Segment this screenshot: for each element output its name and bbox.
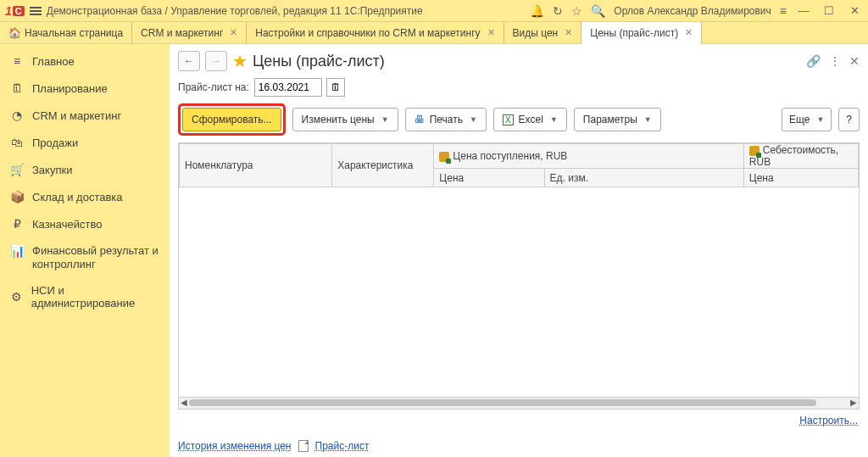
change-prices-button[interactable]: Изменить цены ▼ (292, 108, 398, 131)
date-input[interactable] (254, 78, 322, 97)
footer-links: История изменения цен Прайс-лист (170, 432, 868, 457)
horizontal-scrollbar[interactable]: ◀ ▶ (179, 397, 859, 409)
close-icon[interactable]: ✕ (565, 27, 572, 38)
app-title: Демонстрационная база / Управление торго… (47, 5, 423, 17)
print-button[interactable]: 🖶 Печать ▼ (405, 108, 487, 131)
col-cost[interactable]: Себестоимость, RUB (743, 144, 858, 169)
close-icon[interactable]: ✕ (487, 27, 495, 38)
body: ≡ Главное 🗓 Планирование ◔ CRM и маркети… (0, 44, 868, 457)
sidebar-item-sales[interactable]: 🛍 Продажи (0, 129, 170, 156)
history-link[interactable]: История изменения цен (178, 440, 292, 452)
col-price2[interactable]: Цена (743, 169, 858, 187)
col-nomenclature[interactable]: Номенклатура (180, 144, 332, 187)
sidebar-item-finance[interactable]: 📊 Финансовый результат и контроллинг (0, 237, 170, 277)
document-icon (298, 440, 309, 452)
col-characteristic[interactable]: Характеристика (332, 144, 434, 187)
maximize-button[interactable]: ☐ (821, 4, 837, 17)
excel-button[interactable]: X Excel ▼ (493, 108, 567, 131)
sidebar-item-treasury[interactable]: ₽ Казначейство (0, 210, 170, 237)
sidebar-item-warehouse[interactable]: 📦 Склад и доставка (0, 183, 170, 210)
sidebar-item-admin[interactable]: ⚙ НСИ и администрирование (0, 277, 170, 316)
sidebar-item-label: Планирование (32, 82, 108, 95)
tab-price-types[interactable]: Виды цен ✕ (504, 22, 582, 43)
main-header: ← → ★ Цены (прайс-лист) 🔗 ⋮ ✕ (170, 44, 868, 75)
toolbar: Сформировать... Изменить цены ▼ 🖶 Печать… (170, 103, 868, 142)
col-unit[interactable]: Ед. изм. (544, 169, 743, 187)
button-label: Еще (789, 114, 810, 125)
minimize-button[interactable]: — (795, 4, 812, 17)
column-price-icon (439, 152, 449, 162)
user-name: Орлов Александр Владимирович (614, 5, 771, 17)
sidebar-item-main[interactable]: ≡ Главное (0, 47, 170, 75)
search-icon[interactable]: 🔍 (591, 4, 605, 18)
tab-crm-settings[interactable]: Настройки и справочники по CRM и маркети… (247, 22, 504, 43)
pricelist-link[interactable]: Прайс-лист (315, 440, 370, 452)
main-header-actions: 🔗 ⋮ ✕ (806, 54, 860, 68)
print-icon: 🖶 (415, 114, 425, 125)
scroll-left-icon[interactable]: ◀ (179, 398, 189, 408)
configure-link[interactable]: Настроить... (799, 415, 858, 426)
toolbar-right: Еще ▼ ? (782, 108, 860, 131)
tabs-row: 🏠 Начальная страница CRM и маркетинг ✕ Н… (0, 22, 868, 44)
sidebar-item-label: НСИ и администрирование (31, 284, 159, 309)
gear-icon: ⚙ (10, 290, 23, 304)
sidebar-item-label: Главное (32, 55, 75, 68)
bottom-links: Настроить... (170, 410, 868, 432)
nav-back-button[interactable]: ← (178, 51, 200, 71)
help-button[interactable]: ? (838, 108, 860, 131)
main-menu-icon[interactable] (30, 7, 42, 15)
sidebar-item-crm[interactable]: ◔ CRM и маркетинг (0, 102, 170, 129)
more-button[interactable]: Еще ▼ (782, 108, 832, 131)
favorite-star-icon[interactable]: ★ (232, 51, 248, 71)
bell-icon[interactable]: 🔔 (530, 4, 544, 18)
col-price-in[interactable]: Цена поступления, RUB (434, 144, 743, 169)
tab-label: CRM и маркетинг (141, 27, 223, 39)
date-label: Прайс-лист на: (178, 81, 249, 93)
scroll-thumb[interactable] (189, 399, 816, 406)
sidebar-item-label: Финансовый результат и контроллинг (32, 244, 159, 270)
sidebar-item-label: Склад и доставка (32, 191, 123, 203)
highlight-form-button: Сформировать... (178, 103, 286, 136)
calendar-icon: 🗓 (10, 81, 24, 95)
tab-label: Начальная страница (25, 27, 123, 39)
page-title: Цены (прайс-лист) (253, 53, 385, 70)
chart-icon: 📊 (10, 244, 24, 259)
close-icon[interactable]: ✕ (849, 54, 860, 68)
column-price-icon (749, 146, 760, 156)
titlebar: 1С Демонстрационная база / Управление то… (0, 0, 868, 22)
tab-label: Виды цен (513, 27, 559, 39)
history-icon[interactable]: ↻ (553, 4, 563, 18)
close-icon[interactable]: ✕ (230, 27, 237, 38)
nav-forward-button[interactable]: → (205, 51, 227, 71)
excel-icon: X (503, 114, 514, 125)
sidebar-item-label: Продажи (32, 137, 78, 149)
logo-1c: 1С (5, 4, 25, 18)
table-area: Номенклатура Характеристика Цена поступл… (178, 142, 860, 410)
form-button[interactable]: Сформировать... (182, 108, 281, 131)
sidebar-item-planning[interactable]: 🗓 Планирование (0, 75, 170, 102)
chevron-down-icon: ▼ (381, 115, 389, 124)
link-icon[interactable]: 🔗 (806, 54, 821, 68)
tab-crm[interactable]: CRM и маркетинг ✕ (132, 22, 247, 43)
close-icon[interactable]: ✕ (685, 27, 693, 38)
tab-prices[interactable]: Цены (прайс-лист) ✕ (581, 22, 702, 44)
kebab-icon[interactable]: ⋮ (829, 54, 841, 68)
scroll-right-icon[interactable]: ▶ (849, 398, 859, 408)
col-price[interactable]: Цена (434, 169, 544, 187)
button-label: Изменить цены (302, 114, 375, 125)
sidebar-item-label: Казначейство (32, 218, 102, 231)
menu-icon: ≡ (10, 54, 24, 68)
sidebar-item-purchases[interactable]: 🛒 Закупки (0, 156, 170, 183)
main-content: ← → ★ Цены (прайс-лист) 🔗 ⋮ ✕ Прайс-лист… (170, 44, 868, 457)
calendar-picker-icon[interactable]: 🗓 (326, 78, 345, 97)
params-button[interactable]: Параметры ▼ (574, 108, 661, 131)
close-button[interactable]: ✕ (846, 4, 863, 17)
settings-lines-icon[interactable]: ≡ (780, 4, 787, 18)
star-icon[interactable]: ☆ (571, 4, 582, 18)
sidebar: ≡ Главное 🗓 Планирование ◔ CRM и маркети… (0, 44, 170, 457)
cart-icon: 🛒 (10, 163, 24, 176)
home-icon: 🏠 (8, 27, 21, 39)
ruble-icon: ₽ (10, 217, 24, 231)
tab-home[interactable]: 🏠 Начальная страница (0, 22, 132, 43)
sidebar-item-label: Закупки (32, 164, 72, 176)
